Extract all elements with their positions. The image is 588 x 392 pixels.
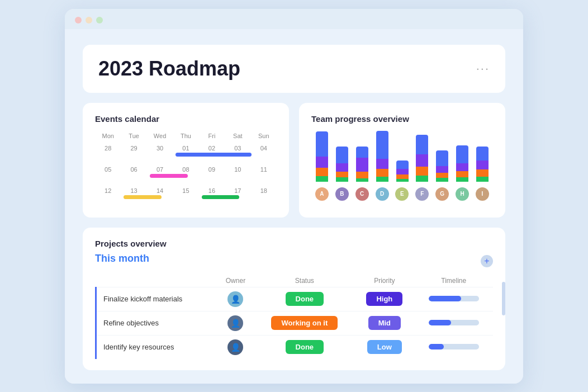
bar-group-1	[314, 131, 330, 182]
table-row: Finalize kickoff materials 👤 Done High	[96, 287, 494, 311]
events-calendar-card: Events calendar Mon Tue Wed Thu Fri Sat …	[83, 103, 289, 218]
owner-avatar-1: 👤	[227, 291, 243, 307]
cal-cell: 06	[121, 164, 146, 184]
owner-avatar-3: 👤	[227, 339, 243, 355]
priority-cell-3: Low	[354, 335, 414, 359]
dot-green	[96, 17, 103, 23]
browser-bar	[65, 9, 523, 29]
more-options-button[interactable]: ···	[476, 62, 490, 76]
chart-area	[311, 131, 493, 182]
timeline-cell-2	[414, 311, 493, 335]
cal-cell: 01	[173, 143, 198, 163]
bar-stack	[456, 145, 468, 182]
avatar-8: H	[456, 187, 469, 201]
timeline-cell-3	[414, 335, 493, 359]
cal-cell: 02	[199, 143, 225, 163]
col-header-status: Status	[254, 275, 354, 287]
cal-cell: 15	[173, 185, 198, 205]
project-name-2: Refine objectives	[96, 311, 217, 335]
bar-stack	[336, 147, 348, 182]
timeline-bar-1	[429, 296, 479, 301]
timeline-bar-3	[429, 344, 479, 350]
cal-cell: 13	[121, 185, 146, 205]
avatar-1: A	[315, 187, 329, 201]
bar-stack	[396, 160, 409, 182]
bar-group-8	[454, 145, 471, 182]
status-badge-1: Done	[286, 292, 324, 306]
projects-overview-title: Projects overview	[95, 239, 493, 248]
projects-table: Owner Status Priority Timeline Finalize …	[95, 275, 493, 359]
page-header: 2023 Roadmap ···	[83, 45, 505, 93]
status-cell-1: Done	[254, 287, 354, 311]
page-title: 2023 Roadmap	[98, 57, 240, 81]
status-cell-2: Working on it	[254, 311, 354, 335]
owner-cell-2: 👤	[216, 311, 254, 335]
bar-stack	[416, 135, 428, 182]
avatar-2: B	[335, 187, 349, 201]
cal-cell: 28	[95, 143, 121, 163]
owner-avatar-2: 👤	[227, 315, 243, 331]
table-row: Identify key resources 👤 Done Low	[96, 335, 494, 359]
bar-stack	[356, 147, 368, 182]
project-name-3: Identify key resources	[96, 335, 217, 359]
status-cell-3: Done	[254, 335, 354, 359]
priority-cell-2: Mid	[354, 311, 414, 335]
timeline-fill-2	[429, 320, 452, 325]
calendar-grid: Mon Tue Wed Thu Fri Sat Sun 28 29 30	[95, 131, 277, 205]
dot-yellow	[86, 17, 92, 23]
cal-cell: 14	[147, 185, 173, 205]
bar-group-2	[334, 147, 350, 182]
avatars-row: A B C D E F G H I	[311, 187, 493, 201]
bar-group-4	[374, 131, 391, 182]
avatar-4: D	[376, 187, 389, 201]
cal-tue: Tue	[121, 131, 146, 140]
timeline-fill-1	[429, 296, 462, 301]
col-header-priority: Priority	[354, 275, 414, 287]
cal-cell: 03	[225, 143, 250, 163]
cal-week-1: 28 29 30 01 02 03 04	[95, 143, 277, 163]
cal-cell: 04	[251, 143, 277, 163]
cal-cell: 16	[199, 185, 225, 205]
avatar-7: G	[435, 187, 449, 201]
avatar-3: C	[355, 187, 369, 201]
col-header-timeline: Timeline	[414, 275, 493, 287]
timeline-cell-1	[414, 287, 493, 311]
team-progress-title: Team progress overview	[311, 114, 493, 124]
bar-stack	[316, 131, 328, 182]
priority-badge-3: Low	[367, 340, 402, 354]
cal-sun: Sun	[251, 131, 277, 140]
scrollbar[interactable]	[502, 282, 505, 315]
cal-thu: Thu	[173, 131, 198, 140]
table-header-row: Owner Status Priority Timeline	[96, 275, 494, 287]
cal-cell: 17	[225, 185, 250, 205]
calendar-header: Mon Tue Wed Thu Fri Sat Sun	[95, 131, 277, 140]
cal-cell: 08	[173, 164, 198, 184]
bar-group-3	[354, 147, 371, 182]
timeline-bar-2	[429, 320, 479, 325]
priority-cell-1: High	[354, 287, 414, 311]
project-name-1: Finalize kickoff materials	[96, 287, 217, 311]
projects-overview-card: Projects overview This month + Owner Sta…	[83, 228, 505, 370]
bar-group-9	[474, 147, 491, 182]
bar-group-7	[434, 150, 451, 182]
owner-cell-1: 👤	[216, 287, 254, 311]
dot-red	[75, 17, 82, 23]
col-header-owner: Owner	[216, 275, 254, 287]
bar-group-6	[414, 135, 430, 182]
bar-stack	[476, 147, 489, 182]
period-label: This month	[95, 253, 149, 265]
avatar-5: E	[395, 187, 409, 201]
cal-wed: Wed	[147, 131, 173, 140]
cal-week-3: 12 13 14 15 16 17 18	[95, 185, 277, 205]
add-project-button[interactable]: +	[481, 255, 493, 267]
cal-sat: Sat	[225, 131, 250, 140]
cal-fri: Fri	[199, 131, 225, 140]
cal-week-2: 05 06 07 08 09 10 11	[95, 164, 277, 184]
page-content: 2023 Roadmap ··· Events calendar Mon Tue…	[65, 29, 523, 384]
bar-group-5	[394, 160, 411, 182]
avatar-9: I	[476, 187, 489, 201]
cal-cell: 07	[147, 164, 173, 184]
table-row: Refine objectives 👤 Working on it Mid	[96, 311, 494, 335]
cal-cell: 10	[225, 164, 250, 184]
cal-cell: 11	[251, 164, 277, 184]
